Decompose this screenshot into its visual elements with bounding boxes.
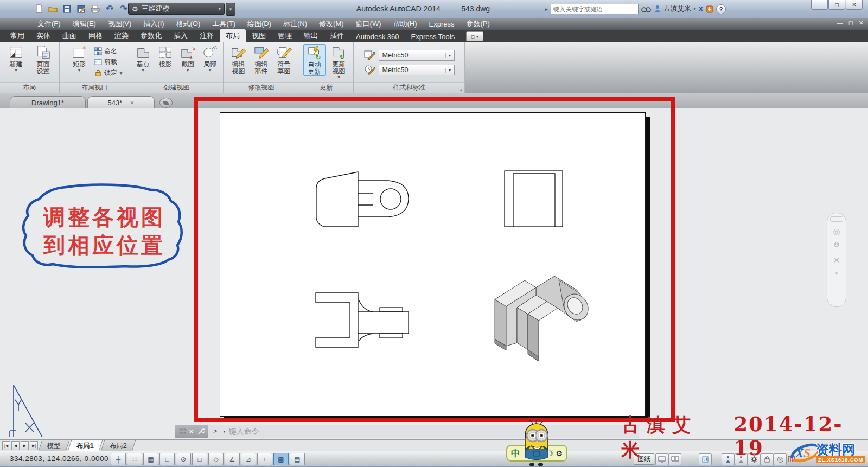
tab-layout2[interactable]: 布局2 [101, 440, 136, 451]
quick-properties-toggle[interactable]: ▤ [290, 453, 305, 465]
base-view-button[interactable]: 基点 ▾ [133, 44, 153, 73]
grip-icon[interactable]: ⣿⣿ [178, 428, 185, 435]
file-tab-543[interactable]: 543* ✕ [87, 96, 155, 108]
panel-launcher-icon[interactable]: ⌟ [460, 84, 462, 93]
wrench-icon[interactable] [197, 428, 205, 435]
maximize-button[interactable]: ◻ [828, 0, 845, 10]
exchange-apps-icon[interactable]: X [699, 5, 704, 13]
edit-view-button[interactable]: 编辑视图 [228, 44, 249, 75]
menu-insert[interactable]: 插入(I) [137, 19, 170, 29]
menu-draw[interactable]: 绘图(D) [241, 19, 277, 29]
menu-file[interactable]: 文件(F) [31, 19, 67, 29]
ribbon-tab-autodesk360[interactable]: Autodesk 360 [350, 31, 405, 42]
menu-format[interactable]: 格式(O) [170, 19, 207, 29]
prev-layout-icon[interactable]: ◀ [11, 441, 20, 450]
3d-object-snap-toggle[interactable]: ◇ [208, 453, 224, 465]
ribbon-tab-output[interactable]: 输出 [298, 29, 324, 42]
new-file-icon[interactable] [34, 4, 44, 14]
command-line[interactable]: ⣿⣿ ✕ >_ ▾ 键入命令 ▴ [175, 425, 639, 438]
menu-parameters[interactable]: 参数(P) [461, 19, 496, 29]
ribbon-tab-annotate[interactable]: 注释 [194, 29, 220, 42]
last-layout-icon[interactable]: ▶| [30, 441, 38, 450]
recent-commands-icon[interactable]: ▾ [223, 429, 225, 434]
rect-viewport-button[interactable]: ✶ 矩形 ▾ [67, 44, 92, 73]
infer-constraints-toggle[interactable]: ┼ [111, 453, 126, 465]
tab-model[interactable]: 模型 [39, 440, 70, 451]
search-input[interactable] [551, 4, 639, 14]
close-command-icon[interactable]: ✕ [189, 428, 194, 436]
detail-view-button[interactable]: A 局部 ▾ [200, 44, 220, 73]
pan-hand-icon[interactable] [832, 241, 841, 251]
ime-settings-gear-icon[interactable]: ⚙ [556, 449, 563, 458]
navbar-chevron-icon[interactable]: ▾ [835, 270, 838, 278]
ribbon-tab-solid[interactable]: 实体 [30, 29, 56, 42]
ribbon-tab-surface[interactable]: 曲面 [56, 29, 82, 42]
clip-viewport-button[interactable]: 剪裁 [94, 57, 123, 67]
user-dropdown-icon[interactable]: ▾ [694, 7, 696, 11]
close-button[interactable]: ✕ [846, 0, 863, 10]
open-folder-icon[interactable] [48, 4, 58, 14]
navigation-bar[interactable]: ◎ ✕ ▾ [827, 213, 846, 307]
menu-window[interactable]: 窗口(W) [350, 19, 387, 29]
menu-modify[interactable]: 修改(M) [313, 19, 350, 29]
save-icon[interactable] [62, 4, 72, 14]
ribbon-tab-manage[interactable]: 管理 [272, 29, 298, 42]
new-layout-button[interactable]: 新建 ▾ [4, 44, 29, 73]
ribbon-tab-layout[interactable]: 布局 [220, 29, 246, 42]
save-as-icon[interactable] [76, 4, 86, 14]
menu-view[interactable]: 视图(V) [102, 19, 137, 29]
tab-layout1[interactable]: 布局1 [68, 440, 103, 451]
command-input[interactable]: 键入命令 [228, 427, 259, 437]
steering-wheel-icon[interactable]: ◎ [833, 227, 840, 235]
binoculars-search-icon[interactable] [641, 5, 651, 13]
ribbon-tab-parametric[interactable]: 参数化 [135, 29, 168, 42]
object-snap-tracking-toggle[interactable]: ∠ [225, 453, 240, 465]
menu-dimension[interactable]: 标注(N) [277, 19, 313, 29]
dynamic-input-toggle[interactable]: + [257, 453, 272, 465]
edit-component-button[interactable]: 编辑部件 [251, 44, 272, 75]
projected-view-button[interactable]: 投影 [155, 44, 175, 68]
polar-tracking-toggle[interactable]: ⊘ [176, 453, 191, 465]
signed-in-user[interactable]: 古滇艾米 [664, 4, 691, 14]
ribbon-tab-plugins[interactable]: 插件 [324, 29, 350, 42]
grid-display-toggle[interactable]: ▦ [143, 453, 158, 465]
undo-icon[interactable]: ↶▾ [104, 4, 114, 14]
doc-close-icon[interactable]: ✕ [859, 20, 864, 27]
command-prompt-icon[interactable]: >_ [213, 428, 221, 436]
navbar-handle[interactable] [830, 216, 843, 222]
transparency-toggle[interactable]: ▩ [273, 453, 289, 465]
ortho-mode-toggle[interactable]: ∟ [159, 453, 175, 465]
redo-icon[interactable]: ↷▾ [118, 4, 129, 14]
lock-viewport-button[interactable]: 锁定 ▾ [94, 68, 123, 78]
ribbon-tab-mesh[interactable]: 网格 [82, 29, 108, 42]
section-view-button[interactable]: AA 截面 ▾ [178, 44, 198, 73]
plot-icon[interactable] [90, 4, 100, 14]
menu-edit[interactable]: 编辑(E) [67, 19, 102, 29]
dynamic-ucs-toggle[interactable]: ⊿ [241, 453, 256, 465]
ribbon-tab-express[interactable]: Express Tools [405, 31, 461, 42]
menu-tools[interactable]: 工具(T) [206, 19, 241, 29]
named-viewport-button[interactable]: 命名 [94, 46, 123, 56]
doc-minimize-icon[interactable]: — [837, 20, 843, 27]
ribbon-collapse-button[interactable]: ◻▾ [466, 31, 483, 41]
standard-style-select[interactable]: Metric50 ▾ [379, 65, 455, 75]
ribbon-tab-render[interactable]: 渲染 [108, 29, 135, 42]
zoom-extents-icon[interactable]: ✕ [833, 256, 840, 264]
command-line-handle[interactable]: ⣿⣿ ✕ [175, 425, 208, 438]
workspace-dropdown-button[interactable]: ▾ [226, 3, 235, 16]
doc-restore-icon[interactable]: ◻ [848, 20, 853, 27]
ime-language-indicator[interactable]: 中 [511, 447, 520, 459]
view-style-select[interactable]: Metric50 ▾ [379, 50, 455, 61]
ribbon-tab-home[interactable]: 常用 [4, 29, 30, 42]
next-layout-icon[interactable]: ▶ [21, 441, 29, 450]
workspace-switcher[interactable]: ⚙ 三维建模 ▾ [128, 3, 225, 15]
minimize-button[interactable]: — [811, 0, 828, 10]
update-view-button[interactable]: ↻ 更新视图 ▾ [328, 44, 350, 80]
symbol-sketch-button[interactable]: 符号草图 [274, 44, 295, 75]
ribbon-tab-view[interactable]: 视图 [246, 29, 272, 42]
help-icon[interactable]: ? [716, 4, 726, 14]
ribbon-tab-insert[interactable]: 插入 [168, 29, 194, 42]
auto-update-button[interactable]: ↻ 自动更新 [303, 44, 326, 76]
search-expand-icon[interactable]: ▸ [545, 7, 548, 12]
menu-express[interactable]: Express [423, 20, 461, 28]
